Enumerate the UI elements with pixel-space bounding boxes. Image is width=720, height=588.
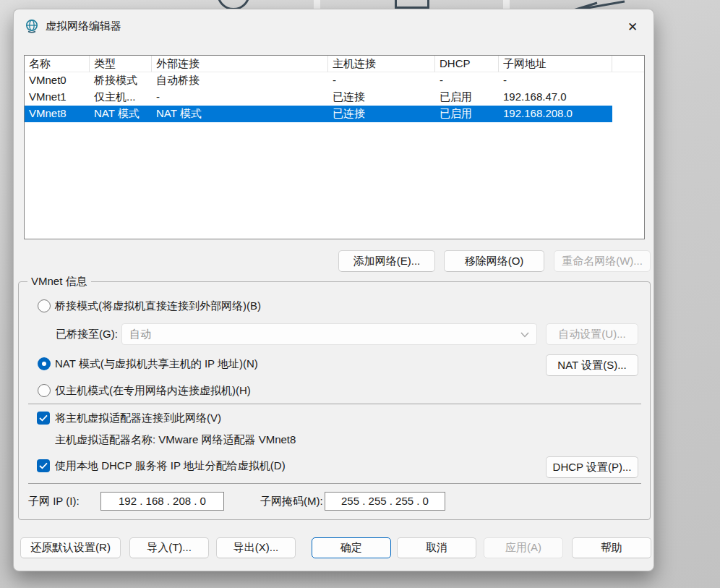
cell: 自动桥接 [152, 72, 328, 89]
group-legend: VMnet 信息 [27, 275, 91, 289]
column-header-type[interactable]: 类型 [90, 56, 152, 72]
check-icon [39, 462, 48, 469]
bridged-to-dropdown: 自动 [121, 323, 537, 345]
dhcp-checkbox[interactable] [37, 459, 50, 472]
column-header-subnet[interactable]: 子网地址 [499, 56, 612, 72]
import-button[interactable]: 导入(T)... [129, 537, 209, 558]
cell: VMnet0 [25, 72, 90, 89]
adapter-name-label: 主机虚拟适配器名称: VMware 网络适配器 VMnet8 [55, 433, 296, 446]
column-header-hostconn[interactable]: 主机连接 [328, 56, 435, 72]
host-only-radio[interactable] [38, 384, 51, 397]
rename-network-button: 重命名网络(W)... [554, 250, 651, 272]
cell: - [152, 89, 328, 106]
cell: 已启用 [435, 106, 499, 122]
column-header-dhcp[interactable]: DHCP [435, 56, 499, 72]
column-header-name[interactable]: 名称 [25, 56, 90, 72]
connect-adapter-checkbox[interactable] [37, 412, 50, 425]
connect-adapter-label: 将主机虚拟适配器连接到此网络(V) [55, 412, 221, 425]
vmnet-info-group: VMnet 信息 桥接模式(将虚拟机直接连接到外部网络)(B) 已桥接至(G):… [18, 281, 651, 520]
background-square-icon [395, 0, 429, 9]
cell: - [435, 72, 499, 89]
nat-mode-label: NAT 模式(与虚拟机共享主机的 IP 地址)(N) [55, 357, 258, 370]
cell-filler [612, 72, 644, 89]
chevron-down-icon [520, 332, 529, 338]
window-title: 虚拟网络编辑器 [46, 20, 121, 33]
cell: 已启用 [435, 89, 499, 106]
subnet-mask-field[interactable]: 255 . 255 . 255 . 0 [325, 492, 445, 511]
separator [28, 404, 641, 404]
bridged-mode-label: 桥接模式(将虚拟机直接连接到外部网络)(B) [55, 299, 261, 312]
check-icon [39, 414, 48, 422]
dhcp-settings-button[interactable]: DHCP 设置(P)... [546, 456, 638, 478]
network-list: 名称 类型 外部连接 主机连接 DHCP 子网地址 VMnet0 桥接模式 自动… [24, 55, 645, 239]
apply-button: 应用(A) [484, 537, 563, 558]
virtual-network-editor-dialog: 虚拟网络编辑器 ✕ 名称 类型 外部连接 主机连接 DHCP 子网地址 VMne… [13, 9, 654, 571]
list-header: 名称 类型 外部连接 主机连接 DHCP 子网地址 [25, 56, 644, 72]
cell: 192.168.47.0 [499, 89, 612, 106]
bridged-to-value: 自动 [129, 328, 151, 340]
subnet-mask-label: 子网掩码(M): [260, 495, 323, 508]
nat-settings-button[interactable]: NAT 设置(S)... [546, 354, 638, 376]
nat-mode-radio[interactable] [38, 357, 51, 370]
cell: VMnet8 [25, 106, 90, 122]
titlebar: 虚拟网络编辑器 [14, 9, 653, 43]
subnet-ip-label: 子网 IP (I): [28, 495, 80, 508]
remove-network-button[interactable]: 移除网络(O) [444, 250, 544, 272]
cell: NAT 模式 [90, 106, 152, 122]
cell-filler [612, 106, 644, 122]
cell: 已连接 [328, 106, 435, 122]
cell: 桥接模式 [90, 72, 152, 89]
cell: 已连接 [328, 89, 435, 106]
host-only-label: 仅主机模式(在专用网络内连接虚拟机)(H) [55, 384, 251, 397]
column-header-filler [612, 56, 644, 72]
cell: - [328, 72, 435, 89]
cell-filler [612, 89, 644, 106]
cancel-button[interactable]: 取消 [397, 537, 476, 558]
add-network-button[interactable]: 添加网络(E)... [338, 250, 435, 272]
restore-defaults-button[interactable]: 还原默认设置(R) [20, 537, 121, 558]
dhcp-label: 使用本地 DHCP 服务将 IP 地址分配给虚拟机(D) [55, 459, 286, 472]
subnet-ip-field[interactable]: 192 . 168 . 208 . 0 [100, 492, 224, 511]
globe-icon [25, 19, 39, 33]
export-button[interactable]: 导出(X)... [216, 537, 296, 558]
close-button[interactable]: ✕ [619, 15, 646, 38]
help-button[interactable]: 帮助 [572, 537, 651, 558]
table-row-vmnet0[interactable]: VMnet0 桥接模式 自动桥接 - - - [25, 72, 644, 89]
cell: 192.168.208.0 [499, 106, 612, 122]
auto-settings-button: 自动设置(U)... [546, 323, 638, 345]
table-row-vmnet8-selected[interactable]: VMnet8 NAT 模式 NAT 模式 已连接 已启用 192.168.208… [25, 106, 644, 122]
table-row-vmnet1[interactable]: VMnet1 仅主机... - 已连接 已启用 192.168.47.0 [25, 89, 644, 106]
cell: - [499, 72, 612, 89]
bridged-to-label: 已桥接至(G): [56, 328, 118, 341]
bridged-mode-radio[interactable] [38, 299, 51, 312]
ok-button[interactable]: 确定 [312, 537, 391, 558]
cell: 仅主机... [90, 89, 152, 106]
separator [28, 483, 641, 484]
cell: NAT 模式 [152, 106, 328, 122]
cell: VMnet1 [25, 89, 90, 106]
column-header-external[interactable]: 外部连接 [152, 56, 328, 72]
